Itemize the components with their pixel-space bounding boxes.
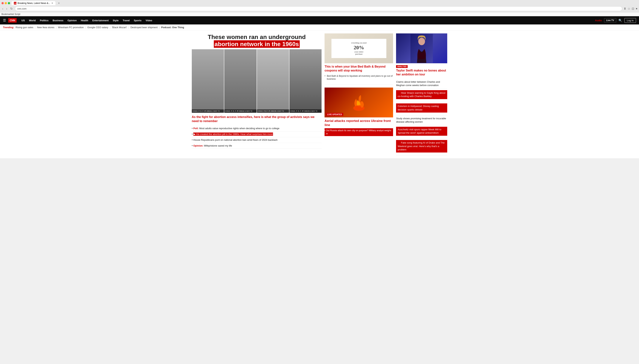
taylor-svg bbox=[410, 34, 433, 63]
bullet-opinion-text: Mifepristone saved my life bbox=[204, 144, 232, 147]
hero-bullets: Poll: Most adults value reproductive rig… bbox=[192, 126, 322, 149]
sidebar-text-1: Claims about letter between Charles and … bbox=[396, 80, 447, 87]
hero-bullet-3[interactable]: House Republicans punt on national abort… bbox=[192, 137, 322, 143]
hero-title-part2: abortion network in the 1960s bbox=[214, 40, 300, 48]
trending-item-1[interactable]: Rising gun sales bbox=[16, 26, 33, 29]
trending-item-6[interactable]: Destroyed beer shipment bbox=[131, 26, 158, 29]
nav-item-health[interactable]: Health bbox=[79, 18, 90, 22]
nav-item-us[interactable]: US bbox=[20, 18, 27, 22]
livetv-button[interactable]: Live TV bbox=[604, 18, 616, 22]
right-column: ANALYSIS Taylor Swift makes no bones abo… bbox=[396, 34, 447, 155]
back-button[interactable]: ‹ bbox=[2, 7, 4, 11]
nav-item-video[interactable]: Video bbox=[144, 18, 154, 22]
mugshot-text-2: CHGO. P. D. F. IR 338242 4 MAY 72 bbox=[224, 110, 256, 113]
sidebar-item-5[interactable]: Auschwitz visit spurs rapper Meek Mill t… bbox=[396, 125, 447, 138]
sidebar-item-6[interactable]: ▶ Fake song featuring AI of Drake and Th… bbox=[396, 138, 447, 155]
nav-item-sports[interactable]: Sports bbox=[132, 18, 143, 22]
nav-items: US World Politics Business Opinion Healt… bbox=[20, 18, 595, 22]
hero-bullet-4[interactable]: Opinion: Mifepristone saved my life bbox=[192, 143, 322, 149]
right-hero-title[interactable]: Taylor Swift makes no bones about her am… bbox=[396, 69, 447, 76]
new-tab-button[interactable]: + bbox=[57, 1, 61, 5]
sidebar-text-6: Fake song featuring AI of Drake and The … bbox=[398, 141, 445, 151]
browser-tab[interactable]: CNN Breaking News, Latest News &... ✕ bbox=[12, 1, 56, 5]
sidebar-item-2[interactable]: ▶ Hear Shaq's warning to Gayle King abou… bbox=[396, 89, 447, 102]
trending-sep-1: | bbox=[35, 26, 36, 29]
coupon-image: everything you need 20% your entirepurch… bbox=[325, 34, 393, 63]
bookmarklet-bar: Bookmarklet Script bbox=[0, 12, 639, 16]
sidebar-item-1[interactable]: Claims about letter between Charles and … bbox=[396, 79, 447, 89]
story-2-bullet-1[interactable]: Did Russia attack its own city on purpos… bbox=[325, 128, 393, 136]
trending-item-4[interactable]: Google CEO salary bbox=[87, 26, 108, 29]
address-bar[interactable]: cnn.com bbox=[15, 6, 622, 11]
hamburger-menu[interactable]: ☰ bbox=[3, 18, 6, 22]
coupon-desc: your entirepurchase bbox=[334, 50, 383, 55]
bookmark-icon[interactable]: ☆ bbox=[627, 7, 630, 10]
hero-title-part1: These women ran an underground bbox=[208, 34, 306, 40]
nav-item-entertainment[interactable]: Entertainment bbox=[90, 18, 110, 22]
coupon-percentage: 20% bbox=[334, 44, 383, 50]
profile-icon[interactable]: ● bbox=[636, 7, 637, 10]
right-hero: ANALYSIS Taylor Swift makes no bones abo… bbox=[396, 34, 447, 76]
mugshot-1: CHGO. P. D. F. IR 338241 4 MAY 72 bbox=[192, 49, 224, 113]
sidebar-text-4: Study shows promising treatment for incu… bbox=[396, 117, 447, 124]
sidebar-text-5: Auschwitz visit spurs rapper Meek Mill t… bbox=[398, 128, 441, 134]
sidebar-highlight-6: ▶ Fake song featuring AI of Drake and Th… bbox=[396, 140, 447, 152]
svg-point-2 bbox=[418, 38, 425, 45]
ukraine-image: LIVE UPDATES bbox=[325, 88, 393, 118]
mugshot-2: CHGO. P. D. F. IR 338242 4 MAY 72 bbox=[224, 49, 257, 113]
cnn-logo[interactable]: CNN bbox=[8, 18, 17, 22]
nav-item-style[interactable]: Style bbox=[111, 18, 121, 22]
sidebar-item-4[interactable]: Study shows promising treatment for incu… bbox=[396, 115, 447, 125]
audio-button[interactable]: Audio bbox=[595, 19, 602, 22]
nav-item-opinion[interactable]: Opinion bbox=[66, 18, 79, 22]
refresh-button[interactable]: ↻ bbox=[10, 6, 14, 11]
tab-title: Breaking News, Latest News &... bbox=[18, 2, 50, 4]
trending-sep-6: | bbox=[159, 26, 160, 29]
tab-close-button[interactable]: ✕ bbox=[51, 2, 53, 4]
sidebar-highlight-3: Colorism in Hollywood: Disney casting de… bbox=[396, 104, 447, 112]
mid-column: everything you need 20% your entirepurch… bbox=[325, 34, 396, 155]
trending-sep-4: | bbox=[110, 26, 110, 29]
story-1-title[interactable]: This is when your blue Bed Bath & Beyond… bbox=[325, 65, 393, 72]
mugshot-4: CHGO. P. D. F. IR 338239 4 MAY 72 bbox=[289, 49, 322, 113]
login-button[interactable]: Log In bbox=[624, 18, 636, 23]
trending-item-3[interactable]: Wrexham FC promotion bbox=[58, 26, 84, 29]
hero-bullet-1[interactable]: Poll: Most adults value reproductive rig… bbox=[192, 126, 322, 132]
main-content: These women ran an underground abortion … bbox=[189, 30, 450, 158]
mugshot-3: CHGO. P.D.F. IR 338238 4 MAY 72 bbox=[257, 49, 289, 113]
trending-sep-5: | bbox=[128, 26, 129, 29]
search-icon[interactable]: 🔍 bbox=[618, 19, 622, 22]
hero-caption[interactable]: As the fight for abortion access intensi… bbox=[192, 115, 322, 124]
tab-favicon: CNN bbox=[14, 2, 17, 4]
hero-column: These women ran an underground abortion … bbox=[192, 34, 325, 155]
trending-item-2[interactable]: New Ikea stores bbox=[37, 26, 54, 29]
trending-sep-3: | bbox=[85, 26, 86, 29]
nav-item-travel[interactable]: Travel bbox=[121, 18, 132, 22]
hero-title: These women ran an underground abortion … bbox=[192, 34, 322, 48]
trending-podcast[interactable]: Podcast: One Thing bbox=[161, 26, 184, 29]
play-icon-6: ▶ bbox=[398, 141, 399, 144]
nav-right: Audio Live TV 🔍 Log In bbox=[595, 18, 636, 23]
sidebar-text-3: Colorism in Hollywood: Disney casting de… bbox=[398, 105, 439, 111]
hero-bullet-2[interactable]: ▶ He created the abortion pill in the 19… bbox=[192, 132, 322, 137]
trending-item-5[interactable]: 'Black Mozart' bbox=[112, 26, 127, 29]
taylor-swift-image bbox=[396, 34, 447, 63]
nav-item-politics[interactable]: Politics bbox=[38, 18, 51, 22]
share-icon: ⬆ bbox=[624, 7, 626, 10]
extension-icon[interactable]: ⊡ bbox=[632, 7, 634, 10]
trending-bar: Trending: Rising gun sales | New Ikea st… bbox=[0, 24, 639, 30]
story-card-1: everything you need 20% your entirepurch… bbox=[325, 34, 393, 84]
bullet-opinion-label: Opinion: bbox=[193, 144, 204, 147]
mugshot-text-3: CHGO. P.D.F. IR 338238 4 MAY 72 bbox=[257, 110, 289, 113]
sidebar-item-3[interactable]: Colorism in Hollywood: Disney casting de… bbox=[396, 102, 447, 115]
nav-item-business[interactable]: Business bbox=[51, 18, 65, 22]
story-card-1-image: everything you need 20% your entirepurch… bbox=[325, 34, 393, 63]
sidebar-highlight-2: ▶ Hear Shaq's warning to Gayle King abou… bbox=[396, 90, 447, 99]
analysis-badge: ANALYSIS bbox=[396, 65, 408, 68]
story-2-title[interactable]: Aerial attacks reported across Ukraine f… bbox=[325, 119, 393, 127]
story-card-2-image: LIVE UPDATES bbox=[325, 88, 393, 118]
story-1-bullet-1[interactable]: Bed Bath & Beyond to liquidate all inven… bbox=[325, 74, 393, 82]
forward-button[interactable]: › bbox=[6, 7, 8, 11]
nav-item-world[interactable]: World bbox=[27, 18, 38, 22]
sidebar-text-2: Hear Shaq's warning to Gayle King about … bbox=[398, 92, 445, 98]
